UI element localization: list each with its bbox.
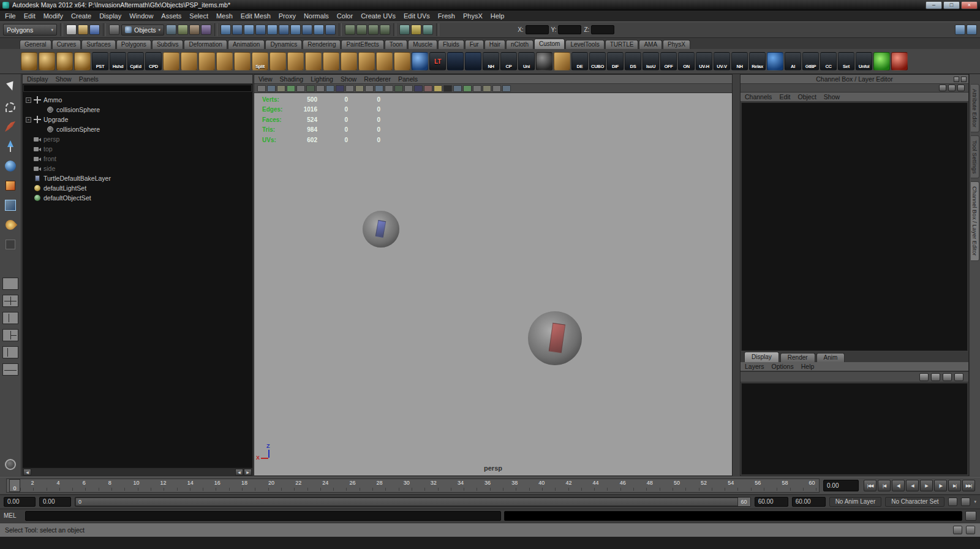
menu-item[interactable]: Modify: [43, 12, 63, 20]
playback-start-field[interactable]: 0.00: [39, 497, 71, 507]
panel-close-icon[interactable]: [961, 77, 967, 82]
shelf-item[interactable]: GtBP: [802, 52, 819, 70]
shelf-item[interactable]: Hshd: [110, 52, 126, 70]
shelf-tab[interactable]: Rendering: [303, 40, 341, 49]
viewport-toolbar-icon[interactable]: [277, 85, 285, 92]
coordinate-field[interactable]: [558, 25, 581, 34]
snap-tool-icon[interactable]: [325, 25, 336, 35]
outliner-row[interactable]: side: [23, 164, 252, 173]
panel-menu-item[interactable]: Options: [772, 363, 794, 370]
panel-dock-tab[interactable]: Tool Settings: [971, 135, 979, 178]
shelf-tab[interactable]: Muscle: [408, 40, 437, 49]
panel-dock-tab[interactable]: Channel Box / Layer Editor: [971, 181, 979, 261]
panel-menu-item[interactable]: Show: [341, 75, 356, 83]
snap-tool-icon[interactable]: [232, 25, 243, 35]
viewport-toolbar-icon[interactable]: [502, 85, 511, 92]
layout-preset-button[interactable]: [2, 278, 18, 290]
viewport-toolbar-icon[interactable]: [296, 85, 305, 92]
menu-item[interactable]: File: [5, 12, 16, 20]
panel-menu-item[interactable]: Lighting: [311, 75, 333, 83]
menu-item[interactable]: Window: [129, 12, 153, 20]
menu-item[interactable]: Display: [99, 12, 121, 20]
outliner-row[interactable]: - Ammo: [23, 95, 252, 105]
shelf-tab[interactable]: Curves: [52, 40, 81, 49]
layout-preset-button[interactable]: [2, 329, 18, 341]
status-divider[interactable]: [393, 23, 396, 36]
shelf-item[interactable]: PST: [92, 52, 108, 70]
shelf-item[interactable]: [536, 52, 552, 70]
menu-item[interactable]: Proxy: [279, 12, 296, 20]
ammo-pickup-object[interactable]: [363, 211, 399, 248]
animation-prefs-icon[interactable]: [961, 498, 970, 506]
channel-manip-icon[interactable]: [939, 85, 946, 91]
selection-mode-icon[interactable]: [109, 25, 119, 35]
toolbox-tool-icon[interactable]: [3, 80, 18, 95]
command-language-button[interactable]: MEL: [4, 512, 22, 519]
menu-item[interactable]: Edit Mesh: [241, 12, 271, 20]
shelf-item[interactable]: [163, 52, 179, 70]
shelf-tab[interactable]: TURTLE: [605, 40, 639, 49]
shelf-item[interactable]: CpEd: [127, 52, 144, 70]
shelf-tab[interactable]: Fur: [465, 40, 484, 49]
shelf-tab[interactable]: Animation: [228, 40, 265, 49]
panel-menu-item[interactable]: Object: [797, 93, 816, 100]
scroll-left-icon[interactable]: ◀: [235, 469, 243, 475]
viewport-toolbar-icon[interactable]: [434, 85, 442, 92]
layout-preset-button[interactable]: [2, 295, 18, 307]
sidebar-toggle-icon[interactable]: [955, 25, 965, 35]
viewport-toolbar-icon[interactable]: [267, 85, 276, 92]
minimize-button[interactable]: –: [925, 1, 942, 9]
panel-menu-item[interactable]: Shading: [280, 75, 304, 83]
panel-menu-item[interactable]: Channels: [745, 93, 772, 100]
viewport-toolbar-icon[interactable]: [492, 85, 501, 92]
shelf-item[interactable]: Split: [252, 52, 268, 70]
menu-item[interactable]: Fresh: [438, 12, 455, 20]
panel-menu-item[interactable]: Show: [55, 75, 71, 83]
shelf-item[interactable]: [447, 52, 464, 70]
toolbox-tool-icon[interactable]: [3, 159, 18, 173]
component-mask-icon[interactable]: [166, 25, 176, 35]
layer-tool-icon[interactable]: [931, 373, 940, 381]
shelf-item[interactable]: [341, 52, 357, 70]
render-tool-icon[interactable]: [411, 25, 421, 35]
panel-menu-item[interactable]: Renderer: [364, 75, 391, 83]
transport-button[interactable]: |◀: [878, 480, 891, 491]
panel-menu-item[interactable]: Help: [801, 363, 815, 370]
shelf-item[interactable]: Relax: [749, 52, 766, 70]
shelf-tab[interactable]: Toon: [385, 40, 408, 49]
shelf-item[interactable]: [39, 52, 55, 70]
expand-toggle-icon[interactable]: -: [26, 97, 31, 103]
shelf-tab[interactable]: Polygons: [116, 40, 151, 49]
layer-tool-icon[interactable]: [943, 373, 952, 381]
status-divider[interactable]: [339, 23, 342, 36]
shelf-item[interactable]: [358, 52, 375, 70]
animation-end-field[interactable]: 60.00: [792, 497, 826, 507]
scene-file-icon[interactable]: [66, 25, 77, 35]
help-line-icon[interactable]: [953, 526, 962, 534]
shelf-tab[interactable]: Surfaces: [81, 40, 115, 49]
render-tool-icon[interactable]: [399, 25, 410, 35]
scroll-left-icon[interactable]: ◀: [23, 469, 31, 475]
viewport-toolbar-icon[interactable]: [287, 85, 295, 92]
viewport-toolbar-icon[interactable]: [443, 85, 452, 92]
outliner-row[interactable]: collisionSphere: [23, 124, 252, 134]
history-toggle-icon[interactable]: [368, 25, 379, 35]
transport-button[interactable]: |◀◀: [864, 480, 876, 491]
layer-list-area[interactable]: [741, 383, 968, 475]
character-set-button[interactable]: No Character Set: [885, 497, 944, 507]
shelf-item[interactable]: CPD: [145, 52, 162, 70]
menu-set-selector[interactable]: Polygons ▾: [3, 24, 57, 36]
toolbox-tool-icon[interactable]: [3, 218, 18, 232]
transport-button[interactable]: ▶|: [948, 480, 961, 491]
outliner-row[interactable]: top: [23, 144, 252, 154]
panel-menu-item[interactable]: Edit: [779, 93, 790, 100]
shelf-item[interactable]: [287, 52, 304, 70]
viewport-toolbar-icon[interactable]: [453, 85, 462, 92]
layer-editor-tab[interactable]: Anim: [816, 353, 845, 362]
auto-keyframe-icon[interactable]: [948, 498, 957, 506]
panel-menu-item[interactable]: Show: [824, 93, 840, 100]
shelf-item[interactable]: [465, 52, 481, 70]
channel-list-area[interactable]: [741, 102, 968, 351]
coordinate-field[interactable]: [591, 25, 614, 34]
shelf-item[interactable]: CC: [820, 52, 837, 70]
